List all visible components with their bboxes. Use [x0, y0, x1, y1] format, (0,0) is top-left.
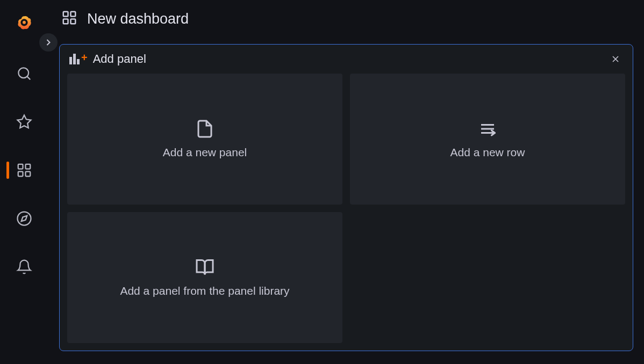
close-button[interactable] [609, 53, 622, 65]
book-open-icon [195, 258, 214, 277]
bell-icon [16, 259, 32, 275]
svg-rect-5 [18, 172, 23, 177]
content-area: + Add panel Add a new pane [48, 38, 644, 364]
grafana-logo-icon [16, 15, 32, 31]
file-icon [195, 119, 214, 139]
svg-rect-6 [26, 172, 31, 177]
svg-marker-8 [22, 216, 27, 222]
add-panel-container: + Add panel Add a new pane [59, 44, 633, 351]
dashboards-icon [61, 10, 77, 28]
svg-rect-12 [71, 19, 76, 24]
sidebar-item-alerting[interactable] [0, 256, 48, 278]
close-icon [610, 54, 621, 64]
svg-rect-10 [71, 12, 76, 17]
grafana-logo[interactable] [11, 10, 38, 37]
svg-rect-4 [26, 164, 31, 169]
sidebar-item-dashboards[interactable] [0, 159, 48, 181]
compass-icon [16, 210, 32, 227]
option-label: Add a new panel [163, 146, 247, 159]
star-icon [16, 114, 32, 130]
svg-marker-2 [18, 115, 31, 128]
option-add-new-panel[interactable]: Add a new panel [67, 74, 342, 205]
search-icon [16, 65, 32, 82]
option-label: Add a new row [450, 146, 525, 159]
sidebar-item-search[interactable] [0, 62, 48, 85]
svg-point-7 [18, 212, 31, 225]
option-add-from-library[interactable]: Add a panel from the panel library [67, 212, 342, 343]
page-title: New dashboard [87, 11, 189, 27]
sidebar-item-starred[interactable] [0, 111, 48, 133]
svg-point-0 [18, 68, 28, 78]
option-add-new-row[interactable]: Add a new row [350, 74, 625, 205]
svg-rect-11 [63, 19, 68, 24]
page-header: New dashboard [48, 0, 644, 38]
chevron-right-icon [43, 37, 54, 48]
add-panel-title: Add panel [93, 52, 146, 66]
svg-rect-9 [63, 12, 68, 17]
add-panel-bars-icon: + [69, 54, 88, 64]
expand-sidebar-button[interactable] [39, 33, 58, 52]
svg-rect-3 [18, 164, 23, 169]
sidebar-item-explore[interactable] [0, 207, 48, 230]
svg-line-1 [27, 77, 31, 80]
empty-cell [350, 212, 625, 343]
main-area: New dashboard + Add panel [48, 0, 644, 364]
sidebar [0, 0, 48, 364]
dashboards-icon [16, 162, 32, 178]
add-panel-header: + Add panel [60, 45, 633, 74]
row-wrap-icon [478, 119, 497, 139]
option-label: Add a panel from the panel library [120, 285, 289, 297]
panel-options-grid: Add a new panel Add a new row [60, 74, 633, 351]
